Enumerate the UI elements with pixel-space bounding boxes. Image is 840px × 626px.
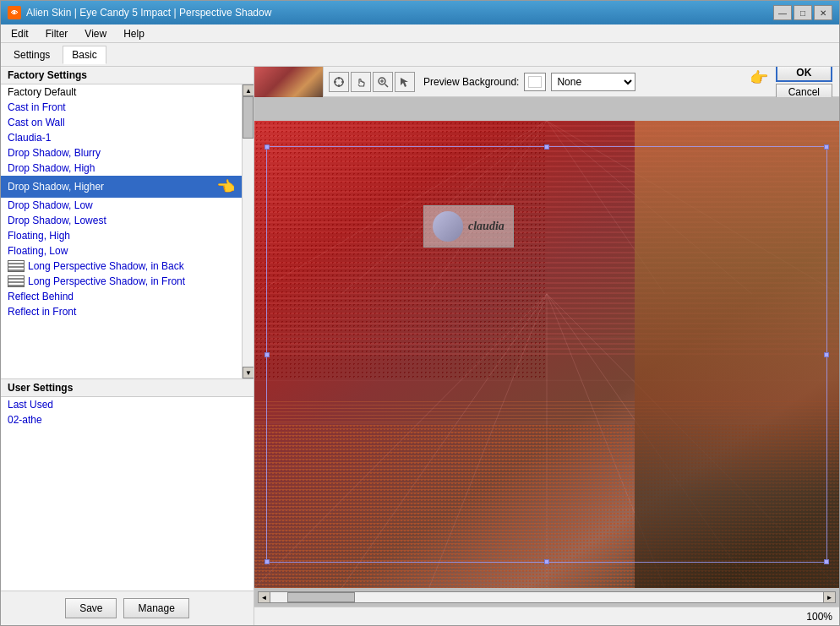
list-item[interactable]: Reflect Behind bbox=[1, 289, 242, 304]
factory-list-container[interactable]: Factory Default Cast in Front Cast on Wa… bbox=[1, 84, 254, 378]
dot-overlay-tl bbox=[254, 121, 547, 378]
list-item[interactable]: Factory Default bbox=[1, 84, 242, 100]
thumbnail-preview bbox=[254, 67, 324, 97]
h-scroll-thumb[interactable] bbox=[287, 592, 355, 602]
preview-bg-control: Preview Background: None White Black Che… bbox=[420, 67, 639, 96]
title-bar: 👁 Alien Skin | Eye Candy 5 Impact | Pers… bbox=[1, 1, 839, 24]
main-window: 👁 Alien Skin | Eye Candy 5 Impact | Pers… bbox=[0, 0, 840, 626]
list-item[interactable]: Claudia-1 bbox=[1, 130, 242, 145]
app-icon: 👁 bbox=[8, 6, 21, 19]
list-item[interactable]: Long Perspective Shadow, in Front bbox=[1, 274, 242, 289]
preview-header: Preview Background: None White Black Che… bbox=[254, 67, 839, 97]
hand-icon bbox=[355, 76, 367, 88]
main-content: Factory Settings Factory Default Cast in… bbox=[1, 67, 839, 625]
right-panel: Preview Background: None White Black Che… bbox=[254, 67, 839, 625]
close-button[interactable]: ✕ bbox=[814, 5, 832, 20]
title-buttons: — □ ✕ bbox=[773, 5, 832, 20]
status-bar: 100% bbox=[254, 607, 839, 625]
menu-filter[interactable]: Filter bbox=[39, 26, 75, 41]
list-item-selected[interactable]: Drop Shadow, Higher 👈 bbox=[1, 176, 242, 198]
ok-cancel-area: 👈 OK Cancel bbox=[769, 67, 839, 96]
menu-bar: Edit Filter View Help bbox=[1, 24, 839, 43]
menu-help[interactable]: Help bbox=[117, 26, 151, 41]
save-button[interactable]: Save bbox=[65, 598, 117, 618]
scroll-left-arrow[interactable]: ◄ bbox=[259, 592, 270, 602]
menu-edit[interactable]: Edit bbox=[4, 26, 35, 41]
watermark-img bbox=[433, 211, 463, 242]
manage-button[interactable]: Manage bbox=[123, 598, 188, 618]
toolbar-spacer bbox=[639, 67, 768, 96]
list-item[interactable]: Floating, High bbox=[1, 228, 242, 243]
claudia-watermark: claudia bbox=[423, 205, 514, 248]
bg-swatch-white bbox=[528, 76, 542, 88]
watermark-circle bbox=[433, 211, 463, 242]
menu-view[interactable]: View bbox=[78, 26, 113, 41]
user-list-container[interactable]: Last Used 02-athe bbox=[1, 397, 254, 591]
zoom-in-tool[interactable] bbox=[373, 72, 393, 92]
arrow-icon: 👈 bbox=[216, 177, 235, 196]
scroll-right-arrow[interactable]: ► bbox=[823, 592, 835, 602]
svg-line-12 bbox=[429, 294, 547, 588]
scroll-down-arrow[interactable]: ▼ bbox=[243, 367, 254, 378]
list-item[interactable]: Last Used bbox=[1, 397, 242, 412]
preview-tools bbox=[324, 67, 420, 96]
user-section: User Settings Last Used 02-athe bbox=[1, 379, 254, 591]
list-item[interactable]: Cast on Wall bbox=[1, 115, 242, 130]
zoom-level: 100% bbox=[806, 611, 832, 623]
factory-section: Factory Settings Factory Default Cast in… bbox=[1, 67, 254, 379]
preview-bg-select[interactable]: None White Black Checkered bbox=[551, 73, 635, 91]
handle-tl bbox=[265, 144, 270, 150]
list-item[interactable]: Drop Shadow, Lowest bbox=[1, 213, 242, 228]
minimize-button[interactable]: — bbox=[773, 5, 792, 20]
tab-bar: Settings Basic bbox=[1, 43, 839, 67]
hand-pan-tool[interactable] bbox=[351, 72, 371, 92]
title-bar-left: 👁 Alien Skin | Eye Candy 5 Impact | Pers… bbox=[8, 6, 271, 19]
preview-bg-label: Preview Background: bbox=[423, 76, 519, 88]
factory-scrollbar[interactable]: ▲ ▼ bbox=[242, 84, 254, 378]
handle-bl bbox=[265, 559, 270, 564]
ok-button[interactable]: OK bbox=[776, 67, 832, 82]
svg-marker-9 bbox=[401, 78, 408, 87]
svg-line-10 bbox=[254, 294, 547, 588]
canvas-image: claudia bbox=[254, 121, 839, 588]
selected-item-label: Drop Shadow, Higher bbox=[8, 181, 104, 193]
tab-basic[interactable]: Basic bbox=[63, 46, 106, 64]
watermark-text: claudia bbox=[468, 220, 505, 233]
arrow-icon bbox=[399, 76, 411, 88]
list-item[interactable]: Drop Shadow, Blurry bbox=[1, 145, 242, 161]
horizontal-scrollbar[interactable]: ◄ ► bbox=[258, 591, 836, 603]
base-image: claudia bbox=[254, 121, 839, 588]
window-title: Alien Skin | Eye Candy 5 Impact | Perspe… bbox=[26, 7, 271, 19]
handle-lm bbox=[265, 352, 270, 357]
preview-bottom-strip: ◄ ► bbox=[254, 588, 839, 607]
list-item[interactable]: Reflect in Front bbox=[1, 304, 242, 319]
factory-section-header: Factory Settings bbox=[1, 67, 254, 84]
tab-settings[interactable]: Settings bbox=[4, 46, 59, 64]
left-panel: Factory Settings Factory Default Cast in… bbox=[1, 67, 254, 625]
svg-line-11 bbox=[341, 294, 547, 588]
scroll-up-arrow[interactable]: ▲ bbox=[243, 84, 254, 96]
list-item[interactable]: Long Perspective Shadow, in Back bbox=[1, 259, 242, 274]
thumbnail-image bbox=[254, 67, 323, 97]
bottom-buttons: Save Manage bbox=[1, 591, 254, 625]
list-item[interactable]: Cast in Front bbox=[1, 100, 242, 115]
crosshair-tool[interactable] bbox=[329, 72, 349, 92]
ok-hand-arrow: 👈 bbox=[750, 68, 769, 87]
list-item[interactable]: Floating, Low bbox=[1, 243, 242, 259]
maximize-button[interactable]: □ bbox=[794, 5, 812, 20]
scroll-thumb[interactable] bbox=[243, 96, 254, 139]
zoom-icon bbox=[377, 76, 389, 88]
svg-line-6 bbox=[385, 84, 389, 87]
arrow-select-tool[interactable] bbox=[395, 72, 415, 92]
preview-area[interactable]: claudia bbox=[254, 97, 839, 607]
preview-top-strip bbox=[254, 97, 839, 121]
list-item[interactable]: 02-athe bbox=[1, 412, 242, 427]
list-item[interactable]: Drop Shadow, High bbox=[1, 161, 242, 176]
crosshair-icon bbox=[333, 76, 345, 88]
handle-tm bbox=[544, 144, 549, 150]
list-item[interactable]: Drop Shadow, Low bbox=[1, 198, 242, 213]
handle-bm bbox=[544, 559, 549, 564]
user-section-header: User Settings bbox=[1, 379, 254, 397]
bg-preview-swatch bbox=[524, 73, 546, 91]
right-bg bbox=[635, 121, 839, 588]
